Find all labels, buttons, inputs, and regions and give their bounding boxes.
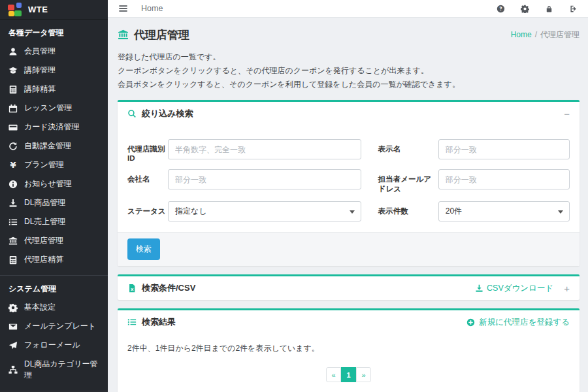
list-icon bbox=[127, 318, 137, 327]
search-icon bbox=[127, 109, 137, 118]
topbar: Home bbox=[108, 0, 588, 18]
sidebar-item-basic-settings[interactable]: 基本設定 bbox=[0, 298, 108, 317]
page-size-select[interactable]: 20件 bbox=[438, 201, 570, 221]
sidebar-item-agency-settlement[interactable]: 代理店精算 bbox=[0, 250, 108, 269]
sidebar-item-follow-mail[interactable]: フォローメール bbox=[0, 336, 108, 355]
sidebar-item-notices[interactable]: お知らせ管理 bbox=[0, 174, 108, 193]
add-agency-link[interactable]: 新規に代理店を登録する bbox=[466, 317, 570, 328]
download-icon bbox=[475, 284, 483, 293]
search-panel-footer: 検索 bbox=[118, 232, 580, 266]
sign-out-icon[interactable] bbox=[569, 5, 578, 13]
chevron-down-icon bbox=[350, 210, 355, 214]
paper-plane-icon bbox=[8, 341, 18, 350]
field-label-display-name: 表示名 bbox=[378, 139, 438, 154]
page-header: 代理店管理 Home/代理店管理 bbox=[118, 27, 580, 42]
topbar-home-link[interactable]: Home bbox=[141, 4, 163, 13]
sidebar-item-teacher-settlement[interactable]: 講師精算 bbox=[0, 80, 108, 99]
page-content: 代理店管理 Home/代理店管理 登録した代理店の一覧です。 クーポンボタンをク… bbox=[108, 18, 588, 392]
sidebar-item-agencies[interactable]: 代理店管理 bbox=[0, 231, 108, 250]
company-name-input[interactable] bbox=[168, 169, 361, 189]
main-area: Home 代理店管理 Home/代理店管理 登録した代理店の一覧です。 bbox=[108, 0, 588, 392]
bank-icon bbox=[8, 237, 18, 246]
sidebar-item-card-payments[interactable]: カード決済管理 bbox=[0, 118, 108, 137]
sidebar-section-data: 各種データ管理 bbox=[0, 20, 108, 42]
sidebar-item-dl-categories[interactable]: DL商品カテゴリー管理 bbox=[0, 355, 108, 385]
collapse-button[interactable]: − bbox=[564, 109, 570, 119]
gear-icon[interactable] bbox=[521, 5, 529, 13]
breadcrumb: Home/代理店管理 bbox=[511, 29, 580, 41]
results-summary: 2件中、1件目から2件目までの2件を表示しています。 bbox=[127, 343, 570, 354]
expand-button[interactable]: + bbox=[564, 284, 570, 293]
search-form: 代理店識別ID 表示名 会社名 bbox=[118, 125, 580, 232]
field-label-agency-id: 代理店識別ID bbox=[127, 139, 168, 162]
search-panel-title: 絞り込み検索 bbox=[142, 108, 193, 120]
csv-download-link[interactable]: CSVダウンロード bbox=[475, 283, 553, 294]
manager-email-input[interactable] bbox=[438, 169, 570, 189]
envelope-icon bbox=[8, 322, 18, 331]
pagination-page-1[interactable]: 1 bbox=[341, 367, 356, 382]
search-button[interactable]: 検索 bbox=[127, 238, 160, 260]
credit-card-icon bbox=[8, 123, 18, 132]
breadcrumb-home-link[interactable]: Home bbox=[511, 30, 532, 39]
info-icon bbox=[8, 180, 18, 189]
list-icon bbox=[8, 218, 18, 227]
breadcrumb-current: 代理店管理 bbox=[540, 30, 580, 39]
sidebar-item-mail-templates[interactable]: メールテンプレート bbox=[0, 317, 108, 336]
sidebar-item-plans[interactable]: プラン管理 bbox=[0, 155, 108, 174]
status-select[interactable]: 指定なし bbox=[168, 201, 361, 221]
field-label-manager-email: 担当者メールアドレス bbox=[378, 169, 438, 194]
pagination-next-button[interactable]: » bbox=[356, 367, 371, 382]
plus-circle-icon bbox=[466, 318, 475, 327]
topbar-actions bbox=[497, 5, 578, 13]
results-panel-title: 検索結果 bbox=[142, 316, 176, 328]
search-filter-panel: 絞り込み検索 − 代理店識別ID 表示名 bbox=[118, 100, 580, 266]
display-name-input[interactable] bbox=[438, 139, 570, 159]
sidebar-item-lessons[interactable]: レッスン管理 bbox=[0, 99, 108, 118]
gear-icon bbox=[8, 303, 18, 312]
sidebar-item-dl-products[interactable]: DL商品管理 bbox=[0, 193, 108, 212]
search-results-panel: 検索結果 新規に代理店を登録する 2件中、1件目から2件目までの2件を表示してい… bbox=[118, 308, 580, 392]
sitemap-icon bbox=[8, 365, 18, 374]
calculator-icon bbox=[8, 255, 18, 265]
csv-panel: 検索条件/CSV CSVダウンロード + bbox=[118, 274, 580, 300]
search-panel-header: 絞り込み検索 − bbox=[118, 102, 580, 125]
page-title: 代理店管理 bbox=[134, 27, 189, 42]
agency-id-input[interactable] bbox=[168, 139, 361, 159]
download-icon bbox=[8, 199, 18, 208]
pagination: « 1 » bbox=[127, 367, 570, 382]
help-icon[interactable] bbox=[497, 5, 505, 13]
sidebar-item-dl-sales[interactable]: DL売上管理 bbox=[0, 212, 108, 231]
hamburger-menu-icon[interactable] bbox=[118, 4, 128, 13]
field-label-status: ステータス bbox=[127, 201, 168, 216]
graduation-cap-icon bbox=[8, 66, 18, 75]
user-icon bbox=[8, 47, 18, 56]
sidebar-item-members[interactable]: 会員管理 bbox=[0, 42, 108, 61]
calculator-icon bbox=[8, 85, 18, 94]
brand-title: WTE bbox=[28, 5, 48, 14]
chevron-down-icon bbox=[558, 210, 563, 214]
refresh-icon bbox=[8, 142, 18, 151]
sidebar-item-teachers[interactable]: 講師管理 bbox=[0, 61, 108, 80]
field-label-company: 会社名 bbox=[127, 169, 168, 184]
bank-icon bbox=[118, 29, 129, 41]
sidebar-item-auto-billing[interactable]: 自動課金管理 bbox=[0, 137, 108, 155]
sidebar: WTE 各種データ管理 会員管理 講師管理 講師精算 レッスン管理 カード決済管… bbox=[0, 0, 108, 392]
app-window: WTE 各種データ管理 会員管理 講師管理 講師精算 レッスン管理 カード決済管… bbox=[0, 0, 588, 392]
yen-icon bbox=[8, 161, 18, 170]
brand-logo[interactable]: WTE bbox=[0, 0, 108, 20]
sidebar-section-system: システム管理 bbox=[0, 276, 108, 298]
lock-icon[interactable] bbox=[545, 5, 553, 13]
wte-logo-icon bbox=[8, 3, 22, 17]
csv-panel-title: 検索条件/CSV bbox=[142, 282, 195, 294]
page-description: 登録した代理店の一覧です。 クーポンボタンをクリックすると、その代理店のクーポン… bbox=[118, 50, 580, 91]
file-csv-icon bbox=[127, 284, 137, 293]
field-label-page-size: 表示件数 bbox=[378, 201, 438, 216]
pagination-prev-button[interactable]: « bbox=[326, 367, 341, 382]
calendar-icon bbox=[8, 104, 18, 113]
